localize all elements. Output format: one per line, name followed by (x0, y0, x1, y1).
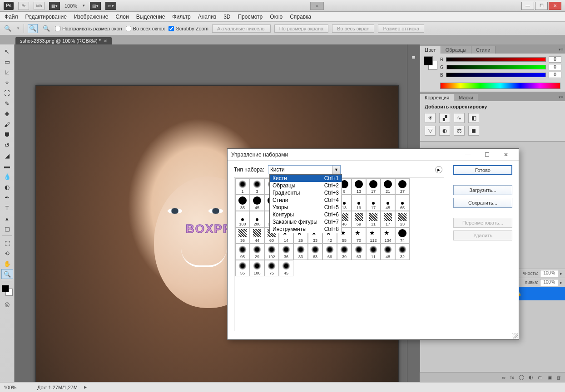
zoom-tool-icon[interactable]: 🔍 (3, 24, 13, 33)
chevron-down-icon[interactable]: ▼ (332, 166, 340, 174)
pen-tool[interactable]: ✒ (1, 192, 13, 202)
brush-preset[interactable]: 27 (395, 178, 410, 195)
resize-windows-checkbox[interactable]: Настраивать размер окон (55, 26, 122, 31)
balance-icon[interactable]: ⚖ (454, 126, 465, 136)
shape-tool[interactable]: ▢ (1, 224, 13, 234)
preset-option-3[interactable]: СтилиCtrl+4 (270, 196, 342, 204)
hue-ramp[interactable] (440, 83, 560, 89)
scrubby-zoom-checkbox[interactable]: Scrubby Zoom (169, 26, 208, 31)
move-tool[interactable]: ↖ (1, 46, 13, 56)
stamp-tool[interactable]: ⛊ (1, 130, 13, 140)
brush-preset[interactable]: 29 (250, 244, 264, 260)
actual-pixels-button[interactable]: Актуальные пикселы (212, 24, 271, 33)
zoom-tool[interactable]: 🔍 (1, 269, 13, 279)
zoom-level[interactable]: 100% (64, 3, 77, 9)
menu-select[interactable]: Выделение (136, 14, 165, 20)
brush-preset[interactable]: 35 (235, 195, 250, 211)
brush-preset[interactable]: 45 (250, 195, 264, 211)
brush-preset[interactable]: 33 (293, 244, 308, 260)
hand-tool[interactable]: ✋ (1, 259, 13, 269)
brush-preset[interactable]: 134 (381, 227, 395, 244)
brush-preset[interactable]: 39 (337, 244, 352, 260)
preset-option-6[interactable]: Заказные фигурыCtrl+7 (270, 218, 342, 225)
brush-preset[interactable]: 48 (381, 244, 395, 260)
preset-option-2[interactable]: ГрадиентыCtrl+3 (270, 189, 342, 196)
dialog-minimize-button[interactable]: — (459, 150, 477, 160)
fill-caret[interactable]: ▸ (560, 280, 562, 285)
heal-tool[interactable]: ✚ (1, 109, 13, 119)
fill-value[interactable]: 100% (540, 279, 558, 286)
brush-preset[interactable]: 11 (366, 244, 381, 260)
fg-bg-colors[interactable] (2, 285, 13, 296)
quick-mask-icon[interactable]: ◎ (1, 299, 13, 309)
dialog-maximize-button[interactable]: ☐ (478, 150, 496, 160)
r-value[interactable]: 0 (549, 56, 561, 63)
opacity-value[interactable]: 100% (540, 270, 558, 277)
expand-panels-icon[interactable]: » (310, 2, 324, 10)
curves-icon[interactable]: ∿ (454, 113, 465, 123)
brush-preset[interactable]: 45 (381, 195, 395, 211)
tab-masks[interactable]: Маски (454, 94, 478, 101)
zoom-out-icon[interactable]: 🔍 (41, 24, 51, 33)
brush-preset[interactable]: 65 (395, 195, 410, 211)
menu-analysis[interactable]: Анализ (198, 14, 217, 20)
fit-screen-button[interactable]: По размеру экрана (274, 24, 328, 33)
brush-preset[interactable]: 45 (279, 260, 293, 276)
dodge-tool[interactable]: ◐ (1, 182, 13, 192)
preset-option-4[interactable]: УзорыCtrl+5 (270, 204, 342, 211)
load-button[interactable]: Загрузить... (453, 185, 512, 195)
save-button[interactable]: Сохранить... (453, 198, 512, 208)
brush-preset[interactable]: 13 (352, 178, 366, 195)
brush-preset[interactable]: 17 (366, 178, 381, 195)
bw-icon[interactable]: ◼ (468, 126, 479, 136)
hue-icon[interactable]: ◐ (439, 126, 450, 136)
r-slider[interactable] (446, 57, 546, 62)
brush-preset[interactable]: 19 (352, 195, 366, 211)
eyedropper-tool[interactable]: ✎ (1, 98, 13, 108)
menu-filter[interactable]: Фильтр (172, 14, 190, 20)
maximize-button[interactable]: ☐ (535, 2, 548, 10)
lasso-tool[interactable]: ⟀ (1, 67, 13, 77)
tab-swatches[interactable]: Образцы (441, 46, 471, 54)
menu-window[interactable]: Окно (270, 14, 282, 20)
opacity-caret[interactable]: ▸ (560, 271, 562, 276)
preset-option-5[interactable]: КонтурыCtrl+6 (270, 211, 342, 218)
minibridge-icon[interactable]: Mb (34, 2, 45, 10)
brush-preset[interactable]: 3 (250, 178, 264, 195)
eraser-tool[interactable]: ◢ (1, 151, 13, 161)
marquee-tool[interactable]: ▭ (1, 57, 13, 67)
gradient-tool[interactable]: ▬ (1, 161, 13, 171)
screen-mode-icon[interactable]: ▭▾ (105, 2, 116, 10)
brush-preset[interactable]: 11 (366, 211, 381, 227)
history-brush-tool[interactable]: ↺ (1, 140, 13, 150)
color-fg-bg[interactable] (424, 56, 437, 70)
menu-edit[interactable]: Редактирование (25, 14, 67, 20)
preset-type-combo[interactable]: Кисти ▼ (268, 165, 341, 174)
b-slider[interactable] (446, 73, 546, 77)
brush-preset[interactable]: 100 (250, 260, 264, 276)
b-value[interactable]: 0 (549, 72, 561, 78)
brush-preset[interactable]: 70 (352, 227, 366, 244)
preset-option-0[interactable]: КистиCtrl+1 (270, 175, 342, 182)
status-zoom[interactable]: 100% (4, 385, 31, 390)
tab-color[interactable]: Цвет (420, 46, 441, 54)
brush-preset[interactable]: 36 (235, 227, 250, 244)
g-slider[interactable] (446, 65, 546, 69)
path-select-tool[interactable]: ▴ (1, 213, 13, 223)
brush-preset[interactable]: 23 (395, 211, 410, 227)
brush-preset[interactable]: 112 (366, 227, 381, 244)
brush-preset[interactable]: 36 (279, 244, 293, 260)
type-tool[interactable]: T (1, 203, 13, 213)
close-button[interactable]: ✕ (549, 2, 561, 10)
new-layer-icon[interactable]: ▣ (547, 374, 552, 380)
preset-option-1[interactable]: ОбразцыCtrl+2 (270, 182, 342, 189)
3d-tool[interactable]: ⬚ (1, 238, 13, 248)
brush-preset[interactable]: 1 (235, 178, 250, 195)
dialog-close-button[interactable]: ✕ (497, 150, 515, 160)
brush-preset[interactable]: 74 (395, 227, 410, 244)
levels-icon[interactable]: ▞ (439, 113, 450, 123)
brush-preset[interactable]: 63 (308, 244, 322, 260)
menu-file[interactable]: Файл (5, 14, 18, 20)
rotate-view-tool[interactable]: ⟲ (1, 248, 13, 258)
panel-menu-icon[interactable]: ▾≡ (557, 45, 565, 54)
